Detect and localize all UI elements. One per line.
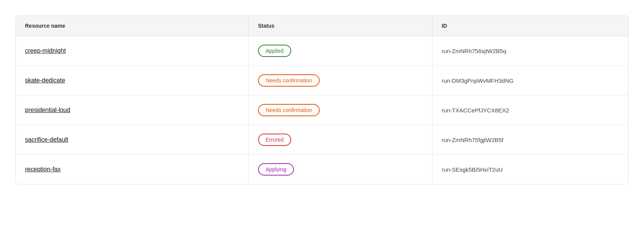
- status-badge: Applied: [258, 45, 292, 57]
- resource-id: run-DM3gPnpWvMFH3dNG: [442, 77, 514, 84]
- resource-name-cell: skate-dedicate: [16, 66, 248, 95]
- column-header-id: ID: [432, 16, 628, 36]
- resource-id: run-ZmNRh756sjtW2B5q: [442, 48, 506, 54]
- resource-name-link[interactable]: creep-midnight: [25, 47, 66, 54]
- resource-name-link[interactable]: sacrifice-default: [25, 136, 68, 143]
- status-cell: Applied: [248, 36, 432, 66]
- column-header-resource-name: Resource name: [16, 16, 248, 36]
- id-cell: run-ZmNRh75fgjtW2B5f: [432, 125, 628, 155]
- resource-name-cell: reception-fax: [16, 155, 248, 184]
- status-cell: Needs confirmation: [248, 95, 432, 125]
- id-cell: run-DM3gPnpWvMFH3dNG: [432, 66, 628, 95]
- resource-table-wrapper: Resource name Status ID creep-midnight A…: [15, 15, 629, 184]
- resource-name-link[interactable]: reception-fax: [25, 166, 61, 172]
- table-row: sacrifice-default Errored run-ZmNRh75fgj…: [16, 125, 628, 155]
- status-cell: Applying: [248, 155, 432, 184]
- id-cell: run-TXACCePfJYCX8EX2: [432, 95, 628, 125]
- status-badge: Needs confirmation: [258, 74, 320, 87]
- resource-name-link[interactable]: presidential-loud: [25, 107, 70, 113]
- resource-id: run-ZmNRh75fgjtW2B5f: [442, 137, 503, 143]
- id-cell: run-ZmNRh756sjtW2B5q: [432, 36, 628, 66]
- resource-id: run-SEsgk5Bi5HxiT2uU: [442, 166, 503, 173]
- status-cell: Needs confirmation: [248, 66, 432, 95]
- resource-id: run-TXACCePfJYCX8EX2: [442, 107, 509, 114]
- status-badge: Needs confirmation: [258, 104, 320, 116]
- resource-table: Resource name Status ID creep-midnight A…: [16, 16, 628, 184]
- resource-name-link[interactable]: skate-dedicate: [25, 77, 65, 84]
- table-row: reception-fax Applying run-SEsgk5Bi5HxiT…: [16, 155, 628, 184]
- status-cell: Errored: [248, 125, 432, 155]
- status-badge: Applying: [258, 163, 294, 176]
- resource-name-cell: creep-midnight: [16, 36, 248, 66]
- resource-name-cell: sacrifice-default: [16, 125, 248, 155]
- status-badge: Errored: [258, 134, 292, 146]
- table-row: creep-midnight Applied run-ZmNRh756sjtW2…: [16, 36, 628, 66]
- resource-name-cell: presidential-loud: [16, 95, 248, 125]
- column-header-status: Status: [248, 16, 432, 36]
- id-cell: run-SEsgk5Bi5HxiT2uU: [432, 155, 628, 184]
- table-row: skate-dedicate Needs confirmation run-DM…: [16, 66, 628, 95]
- table-header-row: Resource name Status ID: [16, 16, 628, 36]
- table-row: presidential-loud Needs confirmation run…: [16, 95, 628, 125]
